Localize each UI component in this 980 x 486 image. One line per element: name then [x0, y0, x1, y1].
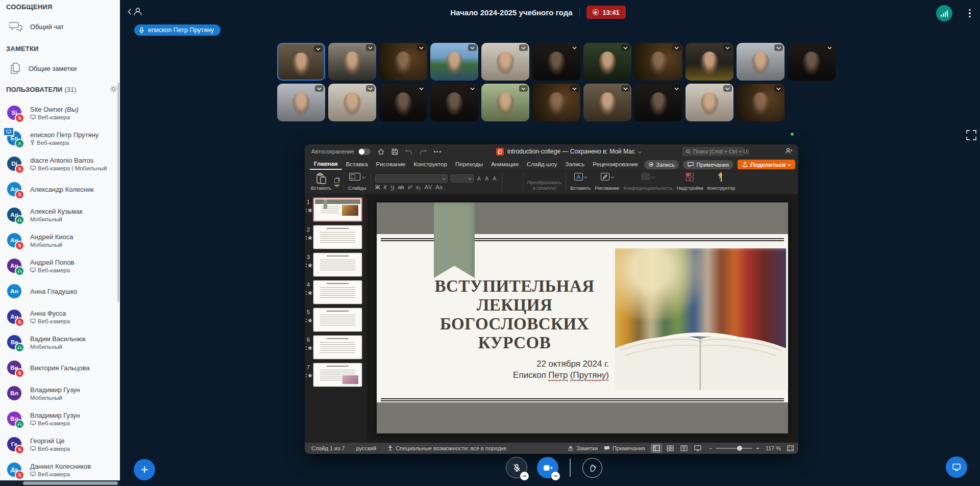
collapse-participants-icon[interactable] — [128, 7, 143, 17]
fullscreen-icon[interactable] — [966, 130, 977, 141]
video-tile[interactable] — [788, 43, 836, 81]
chevron-down-icon[interactable] — [672, 85, 681, 92]
current-slide[interactable]: ВСТУПИТЕЛЬНАЯ ЛЕКЦИЯ БОГОСЛОВСКИХ КУРСОВ… — [377, 202, 788, 433]
slide-thumbnail[interactable] — [313, 335, 362, 360]
new-slide-button[interactable] — [349, 173, 365, 181]
insert-textbox-button[interactable] — [574, 173, 587, 181]
participant-row[interactable]: Ан — [0, 304, 116, 329]
video-tile[interactable] — [379, 43, 427, 81]
slide-thumbnail[interactable] — [313, 225, 362, 249]
chevron-down-icon[interactable] — [570, 44, 579, 51]
more-icon[interactable] — [434, 151, 441, 152]
video-tile[interactable] — [430, 43, 478, 81]
chevron-down-icon[interactable] — [723, 44, 732, 51]
ppt-menu-tab[interactable]: Главная — [310, 159, 342, 170]
draw-button[interactable] — [601, 173, 614, 181]
video-tile[interactable] — [634, 84, 682, 121]
reading-view-button[interactable] — [679, 444, 689, 452]
format-button[interactable]: Ж — [375, 185, 380, 190]
active-speaker-pill[interactable]: епископ Петр Прутяну — [134, 24, 220, 36]
format-button[interactable]: ab — [398, 185, 404, 190]
chevron-down-icon[interactable] — [825, 44, 834, 51]
mic-options-chevron-icon[interactable] — [520, 472, 529, 480]
ppt-menu-tab[interactable]: Слайд-шоу — [523, 160, 561, 169]
participant-row[interactable]: Ва — [0, 329, 116, 355]
zoom-slider[interactable] — [716, 448, 752, 449]
participant-row[interactable]: Ал — [0, 176, 116, 202]
ppt-menu-tab[interactable]: Вставка — [342, 160, 372, 169]
chevron-down-icon[interactable] — [774, 44, 783, 51]
chevron-down-icon[interactable] — [621, 44, 630, 51]
chevron-down-icon[interactable] — [417, 44, 426, 51]
sidebar-item-shared-notes[interactable]: Общие заметки — [0, 58, 116, 79]
ppt-menu-tab[interactable]: Рецензирование — [589, 160, 642, 169]
video-tile[interactable] — [532, 43, 580, 81]
participant-row[interactable]: Ал — [0, 202, 116, 227]
designer-button[interactable] — [721, 173, 722, 182]
chevron-down-icon[interactable] — [519, 85, 528, 92]
zoom-out-button[interactable]: − — [709, 445, 712, 451]
accessibility-status[interactable]: Специальные возможности: все в порядке — [387, 445, 506, 451]
comments-toggle-button[interactable]: Примечания — [604, 445, 645, 451]
font-size-select[interactable] — [450, 174, 474, 183]
chevron-down-icon[interactable] — [774, 85, 783, 92]
participant-row[interactable]: Ви — [0, 355, 116, 380]
format-button[interactable]: x² — [408, 185, 412, 190]
slide-sorter-view-button[interactable] — [665, 444, 675, 452]
ppt-menu-tab[interactable]: Рисование — [372, 160, 410, 169]
zoom-level[interactable]: 117 % — [766, 445, 781, 451]
video-tile[interactable] — [328, 43, 376, 81]
slide-thumbnail[interactable] — [313, 308, 362, 332]
chevron-down-icon[interactable] — [417, 85, 426, 92]
sidebar-item-general-chat[interactable]: Общий чат — [0, 16, 116, 37]
chevron-down-icon[interactable] — [519, 44, 528, 51]
ppt-menu-tab[interactable]: Переходы — [451, 160, 487, 169]
ppt-menu-tab[interactable]: Конструктор — [409, 160, 451, 169]
participant-row[interactable]: Ге — [0, 431, 116, 457]
gear-icon[interactable] — [109, 85, 118, 93]
slide-thumbnail[interactable] — [313, 363, 362, 387]
zoom-in-button[interactable]: + — [756, 445, 759, 451]
format-button[interactable]: АV — [425, 185, 432, 190]
slide-thumbnail[interactable] — [313, 252, 362, 277]
normal-view-button[interactable] — [651, 444, 662, 452]
video-tile[interactable] — [430, 84, 478, 121]
chevron-down-icon[interactable] — [468, 44, 477, 51]
participant-row[interactable]: Ан — [0, 227, 116, 253]
chevron-down-icon[interactable] — [366, 85, 375, 92]
chevron-down-icon[interactable] — [570, 85, 579, 92]
font-tool-button[interactable]: A — [476, 175, 482, 182]
addins-button[interactable] — [686, 173, 694, 181]
format-button[interactable]: К — [384, 185, 387, 190]
video-tile[interactable] — [583, 84, 631, 121]
home-icon[interactable] — [378, 148, 384, 155]
kebab-menu-icon[interactable] — [966, 7, 973, 20]
participant-row[interactable]: Si — [0, 100, 116, 125]
slideshow-view-button[interactable] — [693, 444, 703, 452]
recording-badge[interactable]: 13:41 — [586, 6, 626, 19]
sidebar-scrollbar[interactable] — [117, 83, 119, 302]
video-tile[interactable] — [328, 84, 376, 121]
slide-thumbnail[interactable] — [313, 197, 362, 222]
document-title-group[interactable]: introduction-college — Сохранено в: Мой … — [496, 144, 641, 159]
notes-button[interactable]: Заметки — [568, 445, 598, 451]
participant-row[interactable]: Вл — [0, 380, 116, 406]
video-tile[interactable] — [379, 84, 427, 121]
camera-options-chevron-icon[interactable] — [551, 472, 560, 480]
video-tile[interactable] — [277, 84, 325, 121]
participant-row[interactable]: Di — [0, 151, 116, 176]
connection-quality-icon[interactable] — [936, 5, 952, 21]
ppt-share-button[interactable]: Поделиться — [738, 160, 795, 169]
sidebar-horizontal-scrollbar[interactable] — [0, 480, 120, 486]
ppt-record-button[interactable]: Запись — [644, 160, 679, 169]
format-button[interactable]: Ч — [390, 185, 394, 190]
redo-icon[interactable] — [420, 148, 427, 155]
add-button[interactable]: + — [134, 459, 155, 480]
format-button[interactable]: Aa — [435, 185, 442, 190]
font-tool-button[interactable]: A — [484, 175, 489, 182]
paste-button[interactable] — [316, 173, 327, 185]
video-tile[interactable] — [532, 84, 580, 121]
raise-hand-button[interactable] — [582, 458, 602, 478]
ppt-comments-button[interactable]: Примечания — [683, 160, 733, 169]
chevron-down-icon[interactable] — [672, 44, 681, 51]
